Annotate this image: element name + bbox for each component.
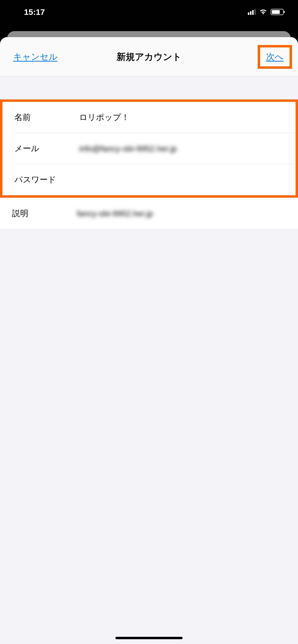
wifi-icon: [259, 8, 267, 15]
description-row[interactable]: 説明 fancy-obi-9952.her.jp: [0, 198, 298, 229]
cellular-signal-icon: [248, 9, 256, 15]
modal-sheet: キャンセル 新規アカウント 次へ 名前 メール info@fancy-obi-9…: [0, 37, 298, 644]
home-indicator[interactable]: [115, 637, 183, 639]
status-time: 15:17: [24, 8, 45, 17]
page-title: 新規アカウント: [117, 51, 182, 63]
password-label: パスワード: [14, 174, 79, 185]
name-label: 名前: [14, 112, 79, 123]
next-button-highlight: 次へ: [258, 45, 292, 69]
password-row[interactable]: パスワード: [3, 164, 295, 195]
battery-icon: [271, 9, 284, 15]
description-input[interactable]: fancy-obi-9952.her.jp: [77, 209, 286, 218]
next-button[interactable]: 次へ: [266, 51, 284, 63]
sheet-header: キャンセル 新規アカウント 次へ: [0, 37, 298, 77]
status-bar: 15:17: [0, 0, 298, 24]
mail-row[interactable]: メール info@fancy-obi-9952.her.jp: [3, 133, 295, 164]
name-input[interactable]: [79, 113, 284, 122]
description-label: 説明: [12, 208, 77, 219]
password-input[interactable]: [79, 175, 284, 184]
status-icons: [248, 8, 284, 15]
description-group: 説明 fancy-obi-9952.her.jp: [0, 198, 298, 229]
account-fields-highlight: 名前 メール info@fancy-obi-9952.her.jp パスワード: [0, 100, 298, 198]
mail-label: メール: [14, 143, 79, 154]
name-row[interactable]: 名前: [3, 102, 295, 133]
mail-input[interactable]: info@fancy-obi-9952.her.jp: [79, 144, 284, 153]
cancel-button[interactable]: キャンセル: [13, 51, 61, 63]
